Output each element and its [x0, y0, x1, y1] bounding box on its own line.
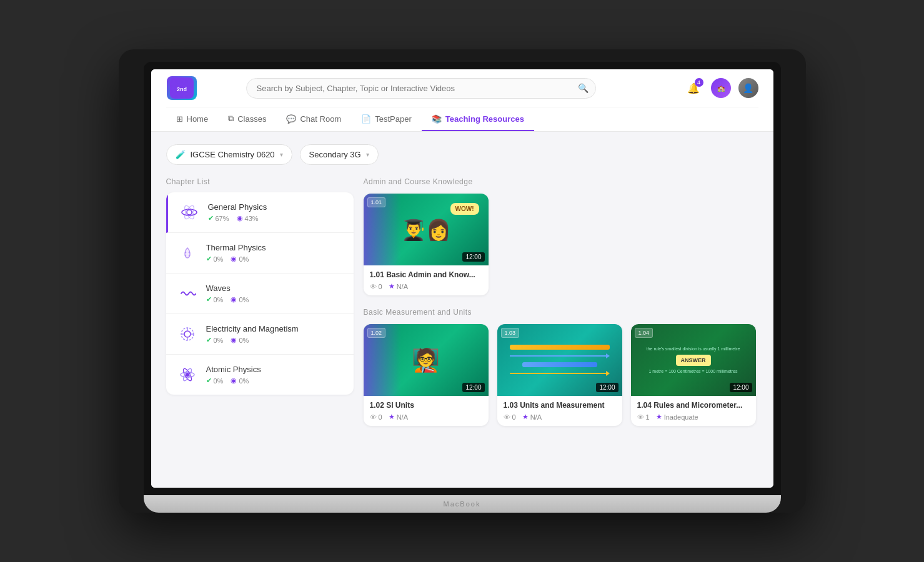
section-admin-title: Admin and Course Knowledge — [364, 177, 758, 186]
search-bar[interactable]: 🔍 — [246, 78, 596, 99]
subject-label: IGCSE Chemistry 0620 — [191, 150, 275, 159]
chapter-atomic-name: Atomic Physics — [206, 365, 344, 374]
search-icon: 🔍 — [578, 83, 589, 93]
waves-icon — [176, 282, 199, 305]
user-avatar[interactable]: 👤 — [738, 78, 758, 98]
nav-home-label: Home — [187, 114, 209, 124]
search-input[interactable] — [246, 78, 596, 99]
nav-item-testpaper[interactable]: 📄 TestPaper — [351, 107, 422, 131]
chat-icon: 💬 — [286, 114, 296, 124]
green-text-vis: the rule's smallest division is usually … — [642, 341, 745, 378]
eye-icon-3: 👁 — [504, 413, 510, 421]
video-meta-3: 👁 0 ★ N/A — [504, 413, 616, 421]
right-panel: Admin and Course Knowledge 👨‍🎓👩 WOW! — [364, 177, 758, 438]
school-icon: 🏫 — [717, 85, 725, 92]
thermal-stat-check: ✔ 0% — [206, 255, 224, 263]
svg-point-2 — [187, 210, 192, 215]
video-card-2[interactable]: 🧑‍🏫 1.02 12:00 1.02 SI Units — [364, 324, 489, 426]
chapter-item-general-physics[interactable]: General Physics ✔ 67% ◉ 43% — [166, 192, 354, 233]
logo: 2nd — [166, 76, 197, 101]
stat-circle: ◉ 43% — [237, 214, 259, 222]
video-card-body-2: 1.02 SI Units 👁 0 ★ N/A — [364, 396, 489, 426]
yellow-box: ANSWER — [676, 355, 711, 366]
chapter-atomic-info: Atomic Physics ✔ 0% ◉ 0% — [206, 365, 344, 385]
stat-check: ✔ 67% — [208, 214, 229, 222]
chapter-electricity-info: Electricity and Magnetism ✔ 0% ◉ — [206, 324, 344, 344]
nav-item-chatroom[interactable]: 💬 Chat Room — [276, 107, 351, 131]
chevron-down-icon-2: ▾ — [366, 151, 369, 158]
chapter-thermal-name: Thermal Physics — [206, 243, 344, 252]
wow-bubble: WOW! — [450, 203, 479, 215]
nav-testpaper-label: TestPaper — [375, 114, 412, 124]
header-icons: 🔔 4 🏫 👤 — [683, 78, 758, 98]
video-badge-1: 1.01 — [367, 197, 386, 207]
video-title-4: 1.04 Rules and Micorometer... — [637, 401, 750, 410]
chapter-electricity-stats: ✔ 0% ◉ 0% — [206, 336, 344, 344]
chapter-general-physics-name: General Physics — [208, 202, 344, 212]
chapter-atomic-stats: ✔ 0% ◉ 0% — [206, 377, 344, 385]
classes-icon: ⧉ — [228, 114, 234, 124]
star-icon-4: ★ — [656, 413, 662, 421]
eye-icon-4: 👁 — [637, 413, 644, 421]
laptop-base: MacBook — [144, 495, 781, 513]
thermal-icon — [176, 242, 199, 264]
video-thumb-4: the rule's smallest division is usually … — [631, 324, 756, 396]
video-badge-4: 1.04 — [635, 328, 653, 338]
screen-bezel: 2nd 🔍 🔔 4 — [144, 62, 781, 495]
chapter-item-atomic[interactable]: Atomic Physics ✔ 0% ◉ 0% — [166, 355, 354, 395]
electricity-icon — [176, 323, 199, 345]
video-card-4[interactable]: the rule's smallest division is usually … — [631, 324, 756, 426]
star-icon-1: ★ — [389, 282, 395, 290]
video-card-body-3: 1.03 Units and Measurement 👁 0 ★ — [497, 396, 622, 426]
chapter-waves-info: Waves ✔ 0% ◉ 0% — [206, 283, 344, 303]
nav-item-home[interactable]: ⊞ Home — [166, 107, 219, 131]
video-duration-4: 12:00 — [730, 383, 752, 392]
thermal-stat-circle: ◉ 0% — [231, 255, 249, 263]
video-badge-2: 1.02 — [367, 328, 386, 338]
thumb-person-2: 🧑‍🏫 — [412, 347, 440, 373]
nav-item-classes[interactable]: ⧉ Classes — [218, 107, 276, 131]
avatar-image: 👤 — [738, 78, 758, 98]
chapter-item-electricity[interactable]: Electricity and Magnetism ✔ 0% ◉ — [166, 314, 354, 355]
video-row-measurement: 🧑‍🏫 1.02 12:00 1.02 SI Units — [364, 324, 758, 426]
notification-button[interactable]: 🔔 4 — [683, 78, 703, 98]
video-meta-2: 👁 0 ★ N/A — [370, 413, 482, 421]
video-card-3[interactable]: 1.03 12:00 1.03 Units and Measurement 👁 … — [497, 324, 622, 426]
nav-teaching-label: Teaching Resources — [445, 114, 524, 124]
video-duration-2: 12:00 — [462, 383, 484, 392]
video-thumb-2: 🧑‍🏫 1.02 12:00 — [364, 324, 489, 396]
class-dropdown[interactable]: Secondary 3G ▾ — [300, 144, 379, 165]
video-badge-3: 1.03 — [501, 328, 520, 338]
star-icon-3: ★ — [522, 413, 529, 421]
video-card-1[interactable]: 👨‍🎓👩 WOW! 1.01 12:00 1.01 Basic Admin an… — [364, 194, 489, 295]
chapter-item-thermal[interactable]: Thermal Physics ✔ 0% ◉ 0% — [166, 233, 354, 274]
video-title-2: 1.02 SI Units — [370, 401, 482, 410]
home-icon: ⊞ — [176, 114, 183, 124]
school-badge[interactable]: 🏫 — [711, 78, 731, 98]
class-label: Secondary 3G — [309, 150, 361, 159]
svg-point-7 — [184, 331, 191, 337]
content-area: Chapter List — [166, 177, 758, 438]
video-thumb-3: 1.03 12:00 — [497, 324, 622, 396]
star-icon-2: ★ — [389, 413, 395, 421]
svg-text:2nd: 2nd — [176, 86, 186, 92]
chapter-item-waves[interactable]: Waves ✔ 0% ◉ 0% — [166, 274, 354, 314]
eye-icon-1: 👁 — [370, 283, 377, 290]
general-physics-icon — [178, 201, 201, 224]
video-row-admin: 👨‍🎓👩 WOW! 1.01 12:00 1.01 Basic Admin an… — [364, 194, 758, 295]
eye-icon-2: 👁 — [370, 413, 377, 421]
logo-image: 2nd — [167, 76, 197, 100]
chapter-waves-name: Waves — [206, 283, 344, 293]
chapter-general-physics-stats: ✔ 67% ◉ 43% — [208, 214, 344, 222]
laptop-model-label: MacBook — [444, 500, 481, 508]
subject-dropdown[interactable]: 🧪 IGCSE Chemistry 0620 ▾ — [166, 144, 292, 165]
notification-badge: 4 — [695, 78, 703, 87]
subject-icon: 🧪 — [176, 150, 186, 159]
chevron-down-icon: ▾ — [280, 151, 283, 158]
chapter-thermal-stats: ✔ 0% ◉ 0% — [206, 255, 344, 263]
screen: 2nd 🔍 🔔 4 — [151, 69, 773, 488]
nav-chatroom-label: Chat Room — [300, 114, 341, 124]
nav-item-teaching[interactable]: 📚 Teaching Resources — [422, 107, 534, 131]
teaching-icon: 📚 — [432, 114, 442, 124]
header-top: 2nd 🔍 🔔 4 — [166, 69, 758, 107]
